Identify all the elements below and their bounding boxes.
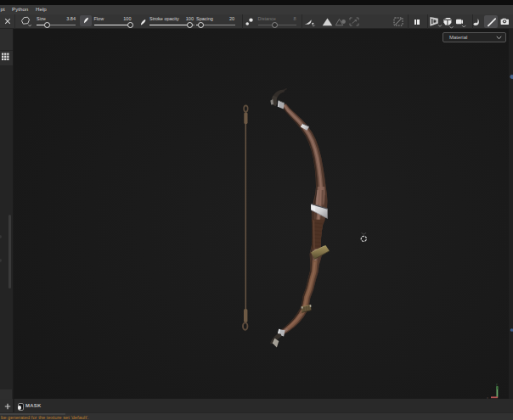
svg-text:y: y — [496, 383, 498, 386]
